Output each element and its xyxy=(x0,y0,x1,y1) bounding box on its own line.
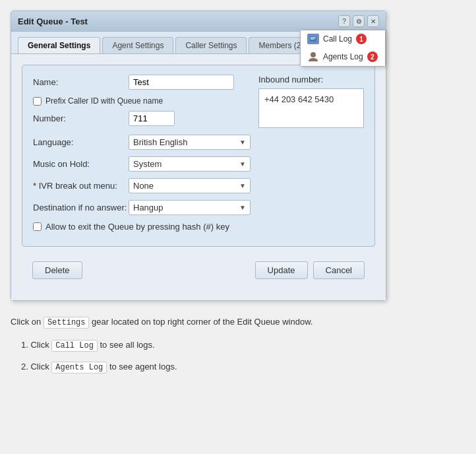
prefix-caller-label: Prefix Caller ID with Queue name xyxy=(45,96,163,106)
general-settings-section: Name: Prefix Caller ID with Queue name N… xyxy=(22,65,375,247)
ivr-select[interactable]: None ▼ xyxy=(129,178,251,193)
call-log-menu-item[interactable]: Call Log 1 xyxy=(301,30,385,48)
tab-caller-settings[interactable]: Caller Settings xyxy=(175,37,247,53)
dialog-footer: Delete Update Cancel xyxy=(22,256,375,290)
destination-select[interactable]: Hangup ▼ xyxy=(129,200,251,215)
settings-description: Click on Settings gear located on top ri… xyxy=(11,315,465,329)
language-dropdown-arrow: ▼ xyxy=(239,139,246,146)
call-log-label: Call Log xyxy=(323,34,352,44)
number-input[interactable] xyxy=(129,111,175,126)
action-buttons: Update Cancel xyxy=(255,261,365,279)
svg-point-3 xyxy=(311,52,316,57)
list-item-2: 2. Click Agents Log to see agent logs. xyxy=(21,360,465,374)
language-row: Language: British English ▼ xyxy=(33,135,364,150)
edit-queue-dialog: Edit Queue - Test ? ⚙ ✕ Call Log xyxy=(11,11,386,301)
agents-log-menu-item[interactable]: Agents Log 2 xyxy=(301,48,385,66)
destination-dropdown-arrow: ▼ xyxy=(239,204,246,211)
agents-log-badge: 2 xyxy=(367,51,378,62)
language-select[interactable]: British English ▼ xyxy=(129,135,251,150)
music-hold-row: Music on Hold: System ▼ xyxy=(33,156,364,172)
right-column: Inbound number: +44 203 642 5430 xyxy=(258,75,364,128)
prefix-caller-row: Prefix Caller ID with Queue name xyxy=(33,96,245,106)
ivr-value: None xyxy=(133,181,154,191)
dialog-titlebar: Edit Queue - Test ? ⚙ ✕ Call Log xyxy=(11,11,386,32)
left-column: Name: Prefix Caller ID with Queue name N… xyxy=(33,75,245,128)
music-hold-label: Music on Hold: xyxy=(33,159,129,169)
music-hold-dropdown-arrow: ▼ xyxy=(239,160,246,168)
exit-hash-row: Allow to exit the Queue by pressing hash… xyxy=(33,222,364,232)
list-item-1-suffix: to see all logs. xyxy=(100,340,155,350)
list-item-1: 1. Click Call Log to see all logs. xyxy=(21,339,465,352)
close-button[interactable]: ✕ xyxy=(367,15,379,27)
call-log-icon xyxy=(307,34,319,44)
destination-label: Destination if no answer: xyxy=(33,203,129,212)
ivr-label: * IVR break out menu: xyxy=(33,181,129,191)
ivr-row: * IVR break out menu: None ▼ xyxy=(33,178,364,193)
list-item-2-suffix: to see agent logs. xyxy=(109,362,177,372)
inbound-label: Inbound number: xyxy=(258,75,364,84)
list-item-2-code: Agents Log xyxy=(51,362,107,373)
tab-general-settings[interactable]: General Settings xyxy=(18,37,100,53)
name-label: Name: xyxy=(33,77,129,87)
prefix-caller-checkbox[interactable] xyxy=(33,97,42,106)
number-label: Number: xyxy=(33,113,129,123)
list-item-2-prefix: Click xyxy=(30,362,49,372)
ivr-dropdown-arrow: ▼ xyxy=(239,182,246,189)
titlebar-icons: ? ⚙ ✕ xyxy=(338,15,379,27)
cancel-button[interactable]: Cancel xyxy=(313,261,365,279)
list-item-1-number: 1. xyxy=(21,340,30,350)
name-row: Name: xyxy=(33,75,245,90)
number-row: Number: xyxy=(33,111,245,126)
settings-code: Settings xyxy=(44,317,90,329)
list-item-2-number: 2. xyxy=(21,362,30,372)
language-value: British English xyxy=(133,137,187,147)
description-section: Click on Settings gear located on top ri… xyxy=(11,315,465,375)
list-item-1-prefix: Click xyxy=(30,340,49,350)
update-button[interactable]: Update xyxy=(255,261,308,279)
description-list: 1. Click Call Log to see all logs. 2. Cl… xyxy=(11,339,465,374)
name-input[interactable] xyxy=(129,75,234,90)
delete-button[interactable]: Delete xyxy=(32,261,82,279)
settings-text-suffix: gear located on top right corner of the … xyxy=(92,317,312,327)
call-log-badge: 1 xyxy=(356,34,367,44)
settings-text-prefix: Click on xyxy=(11,317,41,327)
inbound-number-value: +44 203 642 5430 xyxy=(264,94,334,104)
exit-hash-checkbox[interactable] xyxy=(33,222,42,231)
tab-agent-settings[interactable]: Agent Settings xyxy=(102,37,173,53)
settings-popup-menu: Call Log 1 Agents Log 2 xyxy=(300,30,386,67)
language-label: Language: xyxy=(33,137,129,147)
help-button[interactable]: ? xyxy=(338,15,350,27)
destination-value: Hangup xyxy=(133,203,164,212)
inbound-number-box: +44 203 642 5430 xyxy=(258,88,364,128)
dialog-title: Edit Queue - Test xyxy=(18,16,88,26)
dialog-content: Name: Prefix Caller ID with Queue name N… xyxy=(11,54,386,300)
music-hold-value: System xyxy=(133,159,162,169)
list-item-1-code: Call Log xyxy=(51,340,98,352)
destination-row: Destination if no answer: Hangup ▼ xyxy=(33,200,364,215)
settings-gear-button[interactable]: ⚙ xyxy=(353,15,365,27)
music-hold-select[interactable]: System ▼ xyxy=(129,156,251,172)
agents-log-icon xyxy=(307,51,319,63)
exit-hash-label: Allow to exit the Queue by pressing hash… xyxy=(45,222,229,232)
agents-log-label: Agents Log xyxy=(323,52,363,61)
